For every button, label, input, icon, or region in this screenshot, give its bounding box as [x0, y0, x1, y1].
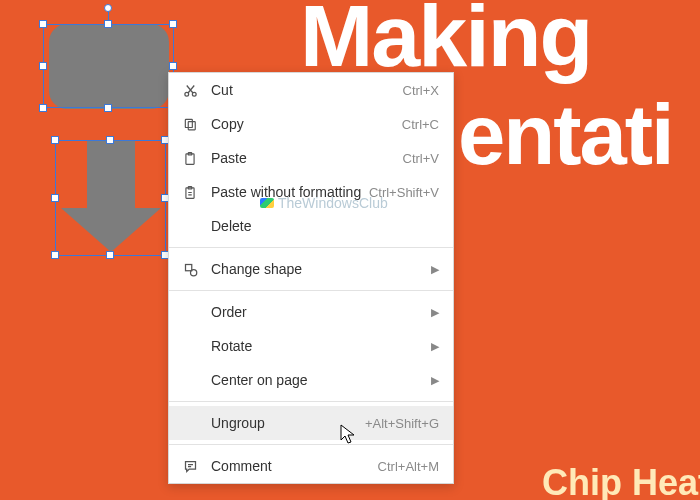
rotate-handle[interactable] [104, 4, 112, 12]
menu-label: Cut [211, 82, 403, 98]
resize-handle[interactable] [39, 62, 47, 70]
menu-shortcut: Ctrl+Shift+V [369, 185, 439, 200]
menu-separator [169, 290, 453, 291]
menu-label: Paste without formatting [211, 184, 369, 200]
menu-item-cut[interactable]: Cut Ctrl+X [169, 73, 453, 107]
shape-arrow-head[interactable] [61, 208, 161, 252]
menu-label: Copy [211, 116, 402, 132]
submenu-arrow-icon: ▶ [431, 374, 439, 387]
menu-separator [169, 401, 453, 402]
resize-handle[interactable] [106, 136, 114, 144]
menu-item-center-on-page[interactable]: Center on page ▶ [169, 363, 453, 397]
menu-label: Ungroup [211, 415, 365, 431]
menu-label: Paste [211, 150, 403, 166]
blank-icon [181, 337, 199, 355]
menu-shortcut: Ctrl+C [402, 117, 439, 132]
resize-handle[interactable] [104, 20, 112, 28]
menu-item-change-shape[interactable]: Change shape ▶ [169, 252, 453, 286]
menu-shortcut: Ctrl+Alt+M [378, 459, 439, 474]
cut-icon [181, 81, 199, 99]
menu-separator [169, 444, 453, 445]
resize-handle[interactable] [51, 194, 59, 202]
menu-label: Center on page [211, 372, 423, 388]
resize-handle[interactable] [51, 136, 59, 144]
blank-icon [181, 303, 199, 321]
resize-handle[interactable] [39, 104, 47, 112]
paste-icon [181, 149, 199, 167]
menu-item-rotate[interactable]: Rotate ▶ [169, 329, 453, 363]
menu-item-ungroup[interactable]: Ungroup +Alt+Shift+G [169, 406, 453, 440]
context-menu[interactable]: Cut Ctrl+X Copy Ctrl+C Paste Ctrl+V Past… [168, 72, 454, 484]
slide-title-line2: entati [458, 92, 700, 177]
paste-plain-icon [181, 183, 199, 201]
resize-handle[interactable] [169, 20, 177, 28]
menu-shortcut: Ctrl+X [403, 83, 439, 98]
menu-label: Rotate [211, 338, 423, 354]
resize-handle[interactable] [169, 62, 177, 70]
menu-item-paste-without-formatting[interactable]: Paste without formatting Ctrl+Shift+V [169, 175, 453, 209]
blank-icon [181, 371, 199, 389]
resize-handle[interactable] [104, 104, 112, 112]
menu-label: Change shape [211, 261, 423, 277]
slide-canvas[interactable]: Making entati Chip Heatl [0, 0, 700, 500]
selected-shapes-group[interactable] [43, 10, 173, 265]
submenu-arrow-icon: ▶ [431, 340, 439, 353]
blank-icon [181, 217, 199, 235]
resize-handle[interactable] [106, 251, 114, 259]
copy-icon [181, 115, 199, 133]
blank-icon [181, 414, 199, 432]
shape-arrow-body[interactable] [87, 140, 135, 210]
menu-label: Order [211, 304, 423, 320]
comment-icon [181, 457, 199, 475]
submenu-arrow-icon: ▶ [431, 306, 439, 319]
menu-item-comment[interactable]: Comment Ctrl+Alt+M [169, 449, 453, 483]
menu-item-order[interactable]: Order ▶ [169, 295, 453, 329]
menu-separator [169, 247, 453, 248]
resize-handle[interactable] [51, 251, 59, 259]
menu-item-paste[interactable]: Paste Ctrl+V [169, 141, 453, 175]
menu-item-delete[interactable]: Delete [169, 209, 453, 243]
slide-subtitle: Chip Heatl [542, 462, 700, 500]
slide-title-line1: Making [300, 0, 700, 80]
menu-item-copy[interactable]: Copy Ctrl+C [169, 107, 453, 141]
menu-label: Comment [211, 458, 378, 474]
svg-rect-8 [185, 264, 191, 270]
menu-label: Delete [211, 218, 439, 234]
menu-shortcut: Ctrl+V [403, 151, 439, 166]
menu-shortcut: +Alt+Shift+G [365, 416, 439, 431]
resize-handle[interactable] [39, 20, 47, 28]
submenu-arrow-icon: ▶ [431, 263, 439, 276]
change-shape-icon [181, 260, 199, 278]
svg-point-9 [190, 269, 196, 275]
shape-rounded-rectangle[interactable] [49, 24, 169, 109]
